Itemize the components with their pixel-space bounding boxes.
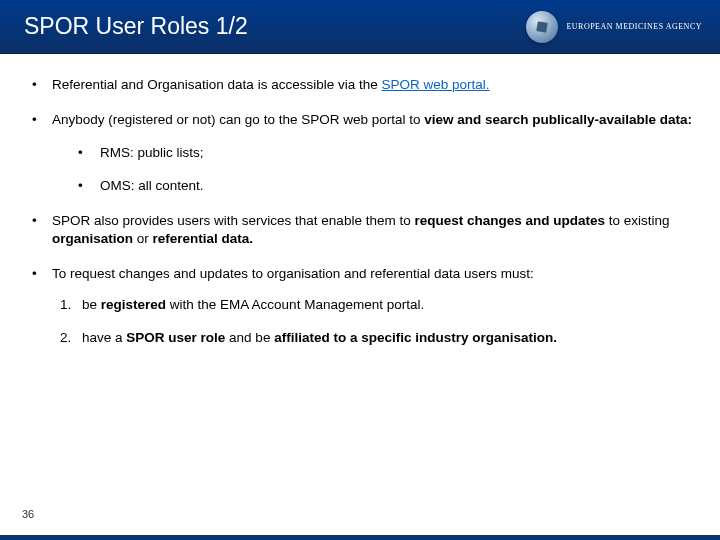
footer-bar bbox=[0, 535, 720, 540]
slide-body: Referential and Organisation data is acc… bbox=[0, 54, 720, 348]
sub-bullet-list: RMS: public lists; OMS: all content. bbox=[72, 144, 694, 196]
sub-bullet-oms: OMS: all content. bbox=[72, 177, 694, 196]
bullet-3: SPOR also provides users with services t… bbox=[26, 212, 694, 250]
num-2-d: affiliated to a specific industry organi… bbox=[274, 330, 557, 345]
bullet-2: Anybody (registered or not) can go to th… bbox=[26, 111, 694, 196]
globe-icon-inner bbox=[537, 21, 549, 33]
bullet-1-text: Referential and Organisation data is acc… bbox=[52, 77, 381, 92]
numbered-item-2: 2. have a SPOR user role and be affiliat… bbox=[60, 329, 694, 348]
bullet-2-bold: view and search publically-available dat… bbox=[424, 112, 692, 127]
sub-bullet-rms: RMS: public lists; bbox=[72, 144, 694, 163]
bullet-3-b: request changes and updates bbox=[414, 213, 605, 228]
bullet-3-d: organisation bbox=[52, 231, 133, 246]
bullet-1: Referential and Organisation data is acc… bbox=[26, 76, 694, 95]
bullet-2-mid: can go to the SPOR web portal to bbox=[219, 112, 424, 127]
bullet-4: To request changes and updates to organi… bbox=[26, 265, 694, 348]
agency-name: EUROPEAN MEDICINES AGENCY bbox=[566, 22, 702, 31]
header-logo-block: EUROPEAN MEDICINES AGENCY bbox=[526, 11, 702, 43]
slide-title: SPOR User Roles 1/2 bbox=[24, 13, 248, 40]
numbered-item-1: 1. be registered with the EMA Account Ma… bbox=[60, 296, 694, 315]
bullet-3-c: to existing bbox=[605, 213, 670, 228]
bullet-4-text: To request changes and updates to organi… bbox=[52, 266, 534, 281]
spor-portal-link[interactable]: SPOR web portal. bbox=[381, 77, 489, 92]
num-2-c: and be bbox=[225, 330, 274, 345]
num-2-a: have a bbox=[82, 330, 126, 345]
num-1-b: registered bbox=[101, 297, 166, 312]
num-2-b: SPOR user role bbox=[126, 330, 225, 345]
num-1-a: be bbox=[82, 297, 101, 312]
bullet-3-f: referential data. bbox=[153, 231, 254, 246]
bullet-3-a: SPOR also provides users with services t… bbox=[52, 213, 414, 228]
bullet-3-e: or bbox=[133, 231, 153, 246]
num-1-marker: 1. bbox=[60, 296, 71, 315]
num-1-c: with the EMA Account Management portal. bbox=[166, 297, 424, 312]
bullet-2-lead: Anybody (registered or not) bbox=[52, 112, 219, 127]
numbered-list: 1. be registered with the EMA Account Ma… bbox=[60, 296, 694, 348]
num-2-marker: 2. bbox=[60, 329, 71, 348]
slide-header: SPOR User Roles 1/2 EUROPEAN MEDICINES A… bbox=[0, 0, 720, 54]
globe-icon bbox=[526, 11, 558, 43]
page-number: 36 bbox=[22, 508, 34, 520]
main-bullet-list: Referential and Organisation data is acc… bbox=[26, 76, 694, 348]
